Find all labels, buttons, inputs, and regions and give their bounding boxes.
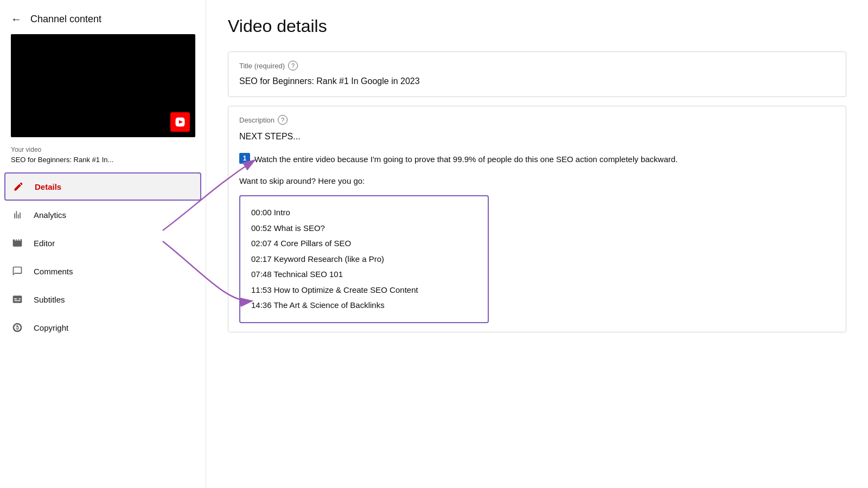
skip-text: Want to skip around? Here you go: — [239, 174, 835, 188]
comment-icon — [11, 265, 24, 278]
sidebar: ← Channel content Your video SEO for Beg… — [0, 0, 206, 488]
bar-chart-icon — [11, 208, 24, 221]
timestamp-0: 00:00 Intro — [251, 205, 477, 221]
title-label: Title (required) ? — [239, 61, 835, 70]
channel-content-title: Channel content — [30, 14, 101, 25]
timestamps-box: 00:00 Intro 00:52 What is SEO? 02:07 4 C… — [239, 195, 489, 323]
timestamp-6: 14:36 The Art & Science of Backlinks — [251, 298, 477, 313]
copyright-icon: c — [11, 321, 24, 334]
title-value: SEO for Beginners: Rank #1 In Google in … — [239, 75, 835, 88]
nav-item-details[interactable]: Details — [4, 172, 201, 201]
back-button[interactable]: ← — [11, 13, 22, 25]
nav-item-comments[interactable]: Comments — [0, 257, 206, 285]
step1-text: Watch the entire video because I'm going… — [254, 152, 678, 166]
video-info: Your video SEO for Beginners: Rank #1 In… — [0, 146, 206, 172]
title-help-icon[interactable]: ? — [288, 61, 298, 70]
copyright-label: Copyright — [34, 323, 68, 332]
subtitles-label: Subtitles — [34, 295, 65, 304]
timestamp-5: 11:53 How to Optimize & Create SEO Conte… — [251, 282, 477, 298]
timestamp-2: 02:07 4 Core Pillars of SEO — [251, 236, 477, 252]
video-label: Your video — [11, 146, 195, 153]
next-steps-text: NEXT STEPS... — [239, 129, 835, 144]
svg-text:c: c — [16, 325, 18, 330]
description-help-icon[interactable]: ? — [278, 115, 288, 125]
details-label: Details — [35, 182, 61, 191]
description-content: NEXT STEPS... 1 Watch the entire video b… — [239, 129, 835, 323]
analytics-label: Analytics — [34, 210, 66, 220]
nav-item-subtitles[interactable]: Subtitles — [0, 285, 206, 313]
video-title-text: SEO for Beginners: Rank #1 In... — [11, 156, 195, 164]
step1-badge: 1 — [239, 153, 250, 164]
editor-label: Editor — [34, 239, 55, 248]
title-card[interactable]: Title (required) ? SEO for Beginners: Ra… — [228, 52, 846, 97]
subtitles-icon — [11, 293, 24, 306]
timestamp-3: 02:17 Keyword Research (like a Pro) — [251, 252, 477, 267]
video-thumbnail — [11, 34, 195, 137]
timestamp-1: 00:52 What is SEO? — [251, 221, 477, 236]
youtube-icon — [174, 116, 186, 128]
thumbnail-badge — [170, 112, 190, 132]
main-content: Video details Title (required) ? SEO for… — [206, 0, 868, 488]
nav-item-copyright[interactable]: c Copyright — [0, 313, 206, 342]
page-title: Video details — [228, 16, 846, 36]
timestamp-4: 07:48 Technical SEO 101 — [251, 267, 477, 282]
description-label: Description ? — [239, 115, 835, 125]
film-icon — [11, 236, 24, 249]
nav-item-analytics[interactable]: Analytics — [0, 201, 206, 229]
comments-label: Comments — [34, 267, 73, 276]
sidebar-header: ← Channel content — [0, 0, 206, 34]
step1-item: 1 Watch the entire video because I'm goi… — [239, 152, 835, 166]
description-card[interactable]: Description ? NEXT STEPS... 1 Watch the … — [228, 106, 846, 332]
nav-item-editor[interactable]: Editor — [0, 229, 206, 257]
pencil-icon — [12, 180, 25, 193]
